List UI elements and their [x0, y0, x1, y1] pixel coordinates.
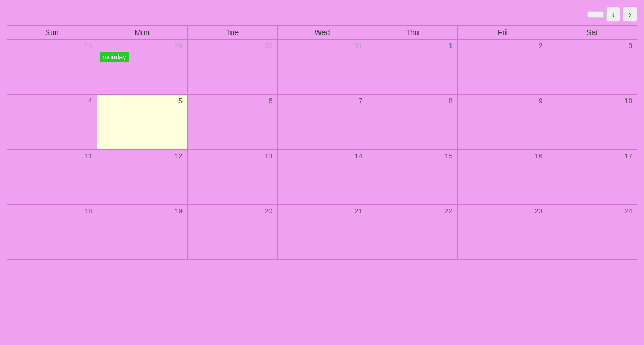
- weekday-header-sat: Sat: [547, 26, 637, 40]
- weekday-header-wed: Wed: [277, 26, 367, 40]
- calendar-cell[interactable]: 21: [277, 205, 367, 260]
- day-number: 3: [549, 41, 635, 51]
- calendar-cell[interactable]: 20: [188, 205, 278, 260]
- calendar-cell[interactable]: 10: [547, 95, 637, 150]
- calendar-cell[interactable]: 16: [457, 150, 547, 205]
- calendar-cell[interactable]: 22: [367, 205, 458, 260]
- day-number: 12: [100, 151, 185, 161]
- day-number: 30: [190, 41, 275, 51]
- calendar-cell[interactable]: 29monday: [97, 40, 187, 95]
- calendar-cell[interactable]: 2: [457, 40, 547, 95]
- weekday-header-tue: Tue: [188, 26, 278, 40]
- calendar-cell[interactable]: 4: [7, 95, 97, 150]
- day-number: 13: [190, 151, 275, 161]
- day-number: 15: [370, 151, 455, 161]
- day-number: 21: [280, 206, 365, 216]
- weekday-header-mon: Mon: [97, 26, 187, 40]
- calendar-cell[interactable]: 24: [547, 205, 637, 260]
- calendar-cell[interactable]: 7: [277, 95, 367, 150]
- day-number: 24: [549, 206, 635, 216]
- day-number: 20: [190, 206, 275, 216]
- calendar-grid: SunMonTueWedThuFriSat 2829monday30311234…: [7, 25, 637, 260]
- calendar-header: ‹ ›: [7, 7, 637, 22]
- weekday-header-sun: Sun: [7, 26, 97, 40]
- day-number: 9: [460, 96, 545, 106]
- calendar-cell[interactable]: 31: [277, 40, 367, 95]
- calendar-cell[interactable]: 6: [188, 95, 278, 150]
- day-number: 17: [549, 151, 635, 161]
- day-number: 22: [370, 206, 455, 216]
- event-label[interactable]: monday: [100, 52, 130, 62]
- calendar-navigation: ‹ ›: [587, 7, 637, 22]
- calendar-cell[interactable]: 13: [188, 150, 278, 205]
- day-number: 23: [460, 206, 545, 216]
- day-number: 28: [9, 41, 95, 51]
- day-number: 7: [280, 96, 365, 106]
- calendar-cell[interactable]: 30: [188, 40, 278, 95]
- calendar-cell[interactable]: 19: [97, 205, 187, 260]
- next-month-button[interactable]: ›: [623, 7, 637, 22]
- calendar-cell[interactable]: 1: [367, 40, 458, 95]
- today-button[interactable]: [587, 11, 604, 18]
- weekday-header-thu: Thu: [367, 26, 458, 40]
- day-number: 8: [370, 96, 455, 106]
- day-number: 29: [100, 41, 185, 51]
- calendar-cell[interactable]: 14: [277, 150, 367, 205]
- calendar-cell[interactable]: 23: [457, 205, 547, 260]
- day-number: 31: [280, 41, 365, 51]
- calendar-cell[interactable]: 8: [367, 95, 458, 150]
- day-number: 19: [100, 206, 185, 216]
- day-number: 18: [9, 206, 95, 216]
- calendar-cell[interactable]: 12: [97, 150, 187, 205]
- day-number: 4: [9, 96, 95, 106]
- calendar-cell[interactable]: 11: [7, 150, 97, 205]
- day-number: 6: [190, 96, 275, 106]
- day-number: 5: [100, 96, 185, 106]
- calendar-cell[interactable]: 15: [367, 150, 458, 205]
- calendar-cell[interactable]: 17: [547, 150, 637, 205]
- weekday-header-fri: Fri: [457, 26, 547, 40]
- day-number: 1: [370, 41, 455, 51]
- prev-month-button[interactable]: ‹: [606, 7, 621, 22]
- day-number: 16: [460, 151, 545, 161]
- day-number: 14: [280, 151, 365, 161]
- calendar-cell[interactable]: 28: [7, 40, 97, 95]
- day-number: 11: [9, 151, 95, 161]
- calendar-cell[interactable]: 18: [7, 205, 97, 260]
- day-number: 2: [460, 41, 545, 51]
- calendar-cell[interactable]: 3: [547, 40, 637, 95]
- day-number: 10: [549, 96, 635, 106]
- calendar-cell[interactable]: 5: [97, 95, 187, 150]
- calendar-cell[interactable]: 9: [457, 95, 547, 150]
